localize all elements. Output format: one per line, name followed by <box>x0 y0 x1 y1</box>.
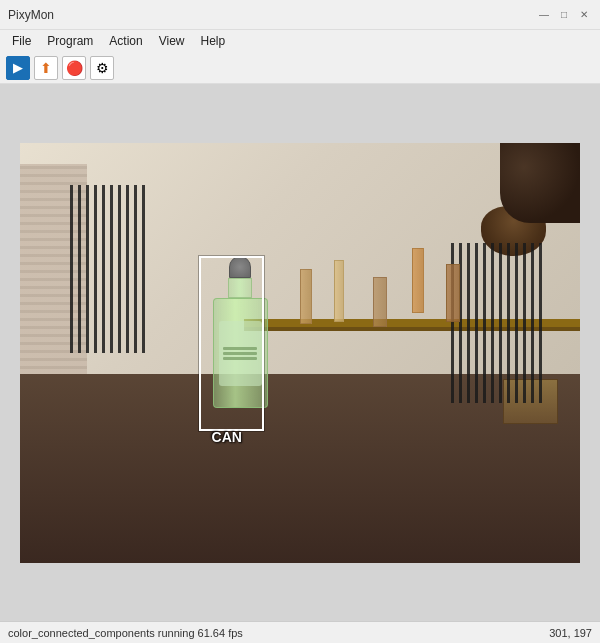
app-title: PixyMon <box>8 8 54 22</box>
shelf-bottle-2 <box>334 260 344 322</box>
menu-program[interactable]: Program <box>39 32 101 50</box>
camera-scene: CAN <box>20 143 580 563</box>
camera-view: CAN <box>20 143 580 563</box>
title-bar: PixyMon — □ ✕ <box>0 0 600 30</box>
coordinates-text: 301, 197 <box>549 627 592 639</box>
toolbar: ▶ ⬆ 🔴 ⚙ <box>0 52 600 84</box>
minimize-button[interactable]: — <box>536 7 552 23</box>
shelf-bottle-5 <box>446 264 460 322</box>
menu-file[interactable]: File <box>4 32 39 50</box>
stop-button[interactable]: 🔴 <box>62 56 86 80</box>
menu-view[interactable]: View <box>151 32 193 50</box>
window-controls: — □ ✕ <box>536 7 592 23</box>
detection-box <box>199 256 264 431</box>
main-area: CAN <box>0 84 600 621</box>
menu-bar: File Program Action View Help <box>0 30 600 52</box>
top-right-object <box>500 143 580 223</box>
menu-help[interactable]: Help <box>193 32 234 50</box>
settings-button[interactable]: ⚙ <box>90 56 114 80</box>
close-button[interactable]: ✕ <box>576 7 592 23</box>
run-button[interactable]: ▶ <box>6 56 30 80</box>
chair-left-back <box>65 185 145 353</box>
chair-right-back <box>446 243 546 403</box>
upload-button[interactable]: ⬆ <box>34 56 58 80</box>
menu-action[interactable]: Action <box>101 32 150 50</box>
status-bar: color_connected_components running 61.64… <box>0 621 600 643</box>
shelf-bottle-3 <box>373 277 387 327</box>
maximize-button[interactable]: □ <box>556 7 572 23</box>
shelf-bottle-4 <box>412 248 424 313</box>
status-text: color_connected_components running 61.64… <box>8 627 243 639</box>
shelf-bottle-1 <box>300 269 312 324</box>
detection-label: CAN <box>212 429 242 445</box>
